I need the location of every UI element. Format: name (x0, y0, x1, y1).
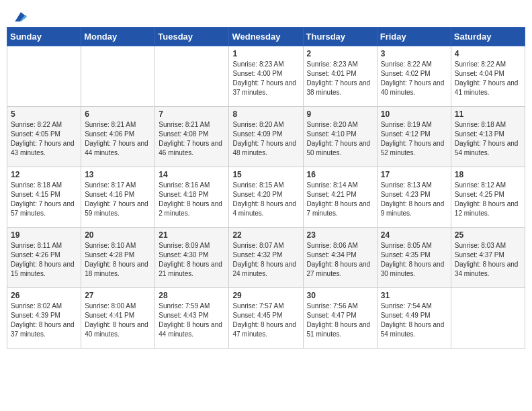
calendar-week-row: 1Sunrise: 8:23 AM Sunset: 4:00 PM Daylig… (7, 46, 525, 107)
calendar-cell: 7Sunrise: 8:21 AM Sunset: 4:08 PM Daylig… (155, 107, 229, 167)
day-info: Sunrise: 8:09 AM Sunset: 4:30 PM Dayligh… (159, 241, 225, 279)
calendar-cell: 6Sunrise: 8:21 AM Sunset: 4:06 PM Daylig… (81, 107, 155, 167)
day-number: 2 (307, 49, 373, 58)
day-number: 11 (455, 109, 521, 119)
day-info: Sunrise: 8:20 AM Sunset: 4:09 PM Dayligh… (232, 120, 299, 158)
calendar-cell: 13Sunrise: 8:17 AM Sunset: 4:16 PM Dayli… (81, 167, 155, 228)
day-info: Sunrise: 8:15 AM Sunset: 4:20 PM Dayligh… (232, 181, 299, 218)
day-number: 23 (307, 230, 373, 240)
logo (13, 12, 27, 21)
calendar-cell: 15Sunrise: 8:15 AM Sunset: 4:20 PM Dayli… (229, 167, 303, 228)
day-number: 26 (11, 291, 77, 300)
day-number: 29 (232, 291, 299, 300)
day-number: 4 (455, 49, 521, 58)
calendar-week-row: 5Sunrise: 8:22 AM Sunset: 4:05 PM Daylig… (7, 107, 525, 167)
calendar-week-row: 12Sunrise: 8:18 AM Sunset: 4:15 PM Dayli… (7, 167, 525, 228)
day-number: 20 (85, 230, 151, 240)
day-number: 14 (159, 170, 225, 179)
calendar-cell: 3Sunrise: 8:22 AM Sunset: 4:02 PM Daylig… (377, 46, 451, 107)
day-number: 25 (455, 230, 521, 240)
day-number: 22 (232, 230, 299, 240)
day-info: Sunrise: 8:20 AM Sunset: 4:10 PM Dayligh… (307, 120, 373, 158)
calendar-cell: 14Sunrise: 8:16 AM Sunset: 4:18 PM Dayli… (155, 167, 229, 228)
day-info: Sunrise: 8:22 AM Sunset: 4:05 PM Dayligh… (11, 120, 77, 158)
calendar-week-row: 26Sunrise: 8:02 AM Sunset: 4:39 PM Dayli… (7, 288, 525, 349)
calendar-cell: 19Sunrise: 8:11 AM Sunset: 4:26 PM Dayli… (7, 228, 81, 288)
day-number: 19 (11, 230, 77, 240)
calendar-cell: 18Sunrise: 8:12 AM Sunset: 4:25 PM Dayli… (451, 167, 525, 228)
day-number: 27 (85, 291, 151, 300)
day-number: 28 (159, 291, 225, 300)
calendar-cell: 27Sunrise: 8:00 AM Sunset: 4:41 PM Dayli… (81, 288, 155, 349)
day-number: 3 (381, 49, 447, 58)
day-info: Sunrise: 8:07 AM Sunset: 4:32 PM Dayligh… (232, 241, 299, 279)
day-number: 12 (11, 170, 77, 179)
logo-icon (15, 12, 27, 21)
calendar-cell: 24Sunrise: 8:05 AM Sunset: 4:35 PM Dayli… (377, 228, 451, 288)
calendar-cell: 10Sunrise: 8:19 AM Sunset: 4:12 PM Dayli… (377, 107, 451, 167)
day-info: Sunrise: 8:21 AM Sunset: 4:08 PM Dayligh… (159, 120, 225, 158)
day-info: Sunrise: 8:13 AM Sunset: 4:23 PM Dayligh… (381, 181, 447, 218)
day-info: Sunrise: 8:03 AM Sunset: 4:37 PM Dayligh… (455, 241, 521, 279)
day-info: Sunrise: 8:11 AM Sunset: 4:26 PM Dayligh… (11, 241, 77, 279)
day-info: Sunrise: 8:05 AM Sunset: 4:35 PM Dayligh… (381, 241, 447, 279)
calendar-cell: 26Sunrise: 8:02 AM Sunset: 4:39 PM Dayli… (7, 288, 81, 349)
calendar-cell (7, 46, 81, 107)
day-number: 17 (381, 170, 447, 179)
day-info: Sunrise: 8:18 AM Sunset: 4:15 PM Dayligh… (11, 181, 77, 218)
day-info: Sunrise: 8:12 AM Sunset: 4:25 PM Dayligh… (455, 181, 521, 218)
day-info: Sunrise: 7:56 AM Sunset: 4:47 PM Dayligh… (307, 302, 373, 339)
calendar-cell: 31Sunrise: 7:54 AM Sunset: 4:49 PM Dayli… (377, 288, 451, 349)
day-info: Sunrise: 8:00 AM Sunset: 4:41 PM Dayligh… (85, 302, 151, 339)
calendar-header-row: Sunday Monday Tuesday Wednesday Thursday… (7, 28, 525, 46)
calendar-cell: 9Sunrise: 8:20 AM Sunset: 4:10 PM Daylig… (303, 107, 377, 167)
page-header (7, 7, 525, 24)
calendar-cell: 4Sunrise: 8:22 AM Sunset: 4:04 PM Daylig… (451, 46, 525, 107)
day-info: Sunrise: 8:02 AM Sunset: 4:39 PM Dayligh… (11, 302, 77, 339)
day-number: 7 (159, 109, 225, 119)
day-info: Sunrise: 8:18 AM Sunset: 4:13 PM Dayligh… (455, 120, 521, 158)
header-tuesday: Tuesday (155, 28, 229, 46)
calendar-week-row: 19Sunrise: 8:11 AM Sunset: 4:26 PM Dayli… (7, 228, 525, 288)
calendar-cell: 21Sunrise: 8:09 AM Sunset: 4:30 PM Dayli… (155, 228, 229, 288)
day-info: Sunrise: 8:14 AM Sunset: 4:21 PM Dayligh… (307, 181, 373, 218)
header-sunday: Sunday (7, 28, 81, 46)
calendar-cell (81, 46, 155, 107)
day-number: 15 (232, 170, 299, 179)
day-number: 6 (85, 109, 151, 119)
day-number: 31 (381, 291, 447, 300)
day-number: 9 (307, 109, 373, 119)
day-info: Sunrise: 8:23 AM Sunset: 4:00 PM Dayligh… (232, 60, 299, 97)
calendar-cell: 28Sunrise: 7:59 AM Sunset: 4:43 PM Dayli… (155, 288, 229, 349)
header-monday: Monday (81, 28, 155, 46)
day-info: Sunrise: 7:54 AM Sunset: 4:49 PM Dayligh… (381, 302, 447, 339)
calendar-cell (155, 46, 229, 107)
day-info: Sunrise: 8:22 AM Sunset: 4:04 PM Dayligh… (455, 60, 521, 97)
calendar-cell: 23Sunrise: 8:06 AM Sunset: 4:34 PM Dayli… (303, 228, 377, 288)
calendar-cell: 11Sunrise: 8:18 AM Sunset: 4:13 PM Dayli… (451, 107, 525, 167)
day-number: 5 (11, 109, 77, 119)
header-wednesday: Wednesday (229, 28, 303, 46)
calendar-cell (451, 288, 525, 349)
header-thursday: Thursday (303, 28, 377, 46)
calendar-cell: 25Sunrise: 8:03 AM Sunset: 4:37 PM Dayli… (451, 228, 525, 288)
day-number: 30 (307, 291, 373, 300)
calendar-cell: 29Sunrise: 7:57 AM Sunset: 4:45 PM Dayli… (229, 288, 303, 349)
day-info: Sunrise: 8:17 AM Sunset: 4:16 PM Dayligh… (85, 181, 151, 218)
day-number: 18 (455, 170, 521, 179)
calendar-cell: 17Sunrise: 8:13 AM Sunset: 4:23 PM Dayli… (377, 167, 451, 228)
day-number: 10 (381, 109, 447, 119)
day-number: 13 (85, 170, 151, 179)
day-info: Sunrise: 8:19 AM Sunset: 4:12 PM Dayligh… (381, 120, 447, 158)
calendar-cell: 20Sunrise: 8:10 AM Sunset: 4:28 PM Dayli… (81, 228, 155, 288)
calendar-cell: 12Sunrise: 8:18 AM Sunset: 4:15 PM Dayli… (7, 167, 81, 228)
calendar-cell: 22Sunrise: 8:07 AM Sunset: 4:32 PM Dayli… (229, 228, 303, 288)
calendar-table: Sunday Monday Tuesday Wednesday Thursday… (7, 27, 525, 349)
day-info: Sunrise: 7:57 AM Sunset: 4:45 PM Dayligh… (232, 302, 299, 339)
calendar-cell: 8Sunrise: 8:20 AM Sunset: 4:09 PM Daylig… (229, 107, 303, 167)
day-info: Sunrise: 8:22 AM Sunset: 4:02 PM Dayligh… (381, 60, 447, 97)
calendar-cell: 16Sunrise: 8:14 AM Sunset: 4:21 PM Dayli… (303, 167, 377, 228)
calendar-cell: 30Sunrise: 7:56 AM Sunset: 4:47 PM Dayli… (303, 288, 377, 349)
day-number: 24 (381, 230, 447, 240)
calendar-cell: 1Sunrise: 8:23 AM Sunset: 4:00 PM Daylig… (229, 46, 303, 107)
